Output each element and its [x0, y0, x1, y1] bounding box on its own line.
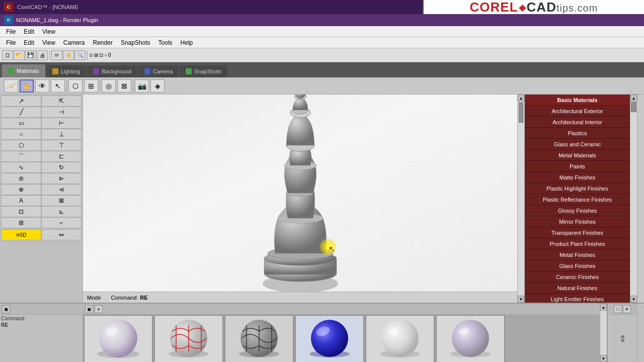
- mat-vscroll-thumb[interactable]: [631, 102, 636, 112]
- thumb-4[interactable]: [295, 315, 364, 362]
- thumb-1[interactable]: [84, 315, 153, 362]
- rt-hand-btn[interactable]: ✋: [20, 79, 34, 93]
- tool-extend[interactable]: ⊥: [41, 129, 82, 140]
- tool-fillet[interactable]: ⌐: [41, 217, 82, 228]
- tool-array[interactable]: ⊠: [41, 195, 82, 206]
- menu-render[interactable]: Render: [89, 38, 117, 47]
- menu-view-render[interactable]: View: [38, 38, 59, 47]
- thumb-list-btn[interactable]: ≡: [95, 305, 103, 313]
- thumb-2[interactable]: [154, 315, 223, 362]
- toolbar-print[interactable]: 🖨: [37, 50, 48, 60]
- tab-materials[interactable]: Materials: [2, 64, 45, 77]
- menu-snapshots[interactable]: SnapShots: [117, 38, 154, 47]
- thumb-vscroll-up[interactable]: ▲: [600, 304, 607, 311]
- mat-matte[interactable]: Matte Finishes: [525, 172, 630, 183]
- mat-arch-ext[interactable]: Architectural Exterior: [525, 106, 630, 117]
- mat-paints[interactable]: Paints: [525, 161, 630, 172]
- mat-metal-finishes[interactable]: Metal Finishes: [525, 249, 630, 260]
- thumb-vscroll[interactable]: ▲ ▼: [600, 304, 607, 362]
- tool-offset[interactable]: ⊤: [41, 140, 82, 151]
- rt-cursor-btn[interactable]: ↖: [51, 79, 65, 93]
- mat-metal[interactable]: Metal Materials: [525, 150, 630, 161]
- tool-mirror[interactable]: ⊲: [41, 184, 82, 195]
- br-maximize[interactable]: □: [614, 305, 622, 313]
- bottom-left-btn[interactable]: ▣: [2, 305, 10, 313]
- thumb-6[interactable]: [436, 315, 505, 362]
- menu-file-render[interactable]: File: [2, 38, 20, 47]
- mat-vscroll-up[interactable]: ▲: [630, 95, 637, 102]
- tool-polygon[interactable]: ⬡: [1, 140, 41, 151]
- tool-select2[interactable]: ⇱: [41, 96, 82, 107]
- tool-line[interactable]: ╱: [1, 107, 41, 118]
- toolbar-zoom[interactable]: 🔍: [74, 50, 86, 60]
- mat-list-vscroll[interactable]: ▲ ▼: [630, 95, 637, 303]
- tool-trim[interactable]: ⊢: [41, 118, 82, 129]
- toolbar-open[interactable]: 📂: [14, 50, 25, 60]
- tool-hatch[interactable]: ⊘: [1, 173, 41, 184]
- tool-pan2[interactable]: ⇔: [41, 229, 82, 240]
- br-close[interactable]: ✕: [623, 305, 631, 313]
- tool-circle[interactable]: ○: [1, 129, 41, 140]
- mat-arch-int[interactable]: Architectural Interior: [525, 117, 630, 128]
- tab-lighting[interactable]: Lighting: [46, 65, 87, 77]
- toolbar-orbit[interactable]: ⟳: [51, 50, 62, 60]
- tool-arc[interactable]: ⌒: [1, 151, 41, 162]
- mat-glass-ceramic[interactable]: Glass and Ceramic: [525, 139, 630, 150]
- rt-circle-btn[interactable]: ◎: [102, 79, 116, 93]
- mat-vscroll-down[interactable]: ▼: [630, 296, 637, 303]
- menu-camera[interactable]: Camera: [59, 38, 89, 47]
- rt-planet-btn[interactable]: 🪐: [4, 79, 18, 93]
- thumb-5[interactable]: [365, 315, 435, 362]
- menu-tools[interactable]: Tools: [154, 38, 177, 47]
- tool-dimension[interactable]: ⊕: [1, 184, 41, 195]
- mat-mirror[interactable]: Mirror Finishes: [525, 216, 630, 227]
- tool-ortho[interactable]: ⊣: [41, 107, 82, 118]
- mat-basic[interactable]: Basic Materials: [525, 95, 630, 106]
- mat-light-emitter[interactable]: Light Emitter Finishes: [525, 294, 630, 303]
- thumb-vscroll-down[interactable]: ▼: [600, 355, 607, 362]
- vscroll-thumb[interactable]: [519, 103, 523, 123]
- vscroll-up[interactable]: ▲: [518, 95, 524, 102]
- tool-spline[interactable]: ∿: [1, 162, 41, 173]
- tool-move[interactable]: ⊞: [1, 217, 41, 228]
- tool-insert[interactable]: ⊡: [1, 206, 41, 217]
- mat-glass-finishes[interactable]: Glass Finishes: [525, 260, 630, 272]
- rt-camera-btn[interactable]: 📷: [135, 79, 149, 93]
- thumb-3[interactable]: [224, 315, 294, 362]
- rt-x-btn[interactable]: ⊠: [117, 79, 131, 93]
- mat-transparent[interactable]: Transparent Finishes: [525, 227, 630, 238]
- toolbar-pan[interactable]: ✋: [63, 50, 74, 60]
- menu-file-cad[interactable]: File: [2, 27, 20, 36]
- toolbar-save[interactable]: 💾: [25, 50, 36, 60]
- tool-arrow[interactable]: ↗: [1, 96, 41, 107]
- tab-snapshots[interactable]: SnapShots: [180, 65, 227, 77]
- mat-glossy[interactable]: Glossy Finishes: [525, 205, 630, 216]
- mat-plastic-highlight[interactable]: Plastic Highlight Finishes: [525, 183, 630, 194]
- thumb-lock-btn[interactable]: ▣: [85, 305, 93, 313]
- tab-camera[interactable]: Camera: [138, 65, 179, 77]
- rt-grid-btn[interactable]: ⊞: [84, 79, 98, 93]
- viewport-vscroll[interactable]: ▲ ▼: [517, 95, 524, 303]
- menu-view-cad[interactable]: View: [38, 27, 59, 36]
- menu-edit-render[interactable]: Edit: [20, 38, 38, 47]
- tool-rotate[interactable]: ↻: [41, 162, 82, 173]
- tab-background[interactable]: Background: [87, 65, 137, 77]
- tool-copy[interactable]: ⊏: [41, 151, 82, 162]
- tool-3d-orbit[interactable]: ⟳3D: [1, 229, 41, 240]
- mat-plastic-reflect[interactable]: Plastic Reflectance Finishes: [525, 194, 630, 205]
- toolbar-new[interactable]: 🗋: [2, 50, 13, 60]
- mat-natural[interactable]: Natural Finishes: [525, 283, 630, 294]
- tool-stretch[interactable]: ⊾: [41, 206, 82, 217]
- material-list-scrollable[interactable]: Basic Materials Architectural Exterior A…: [525, 95, 630, 303]
- menu-help[interactable]: Help: [177, 38, 197, 47]
- mat-product-paint[interactable]: Product Paint Finishes: [525, 238, 630, 249]
- mat-ceramic[interactable]: Ceramic Finishes: [525, 272, 630, 283]
- tool-text[interactable]: A: [1, 195, 41, 206]
- rt-cube-btn[interactable]: ⬡: [68, 79, 83, 93]
- tool-rect[interactable]: ▭: [1, 118, 41, 129]
- rt-diamond-btn[interactable]: ◈: [150, 79, 165, 93]
- rt-eye-btn[interactable]: 👁: [35, 79, 49, 93]
- tool-scale[interactable]: ⊳: [41, 173, 82, 184]
- mat-plastics[interactable]: Plastics: [525, 128, 630, 139]
- vscroll-down[interactable]: ▼: [518, 296, 524, 303]
